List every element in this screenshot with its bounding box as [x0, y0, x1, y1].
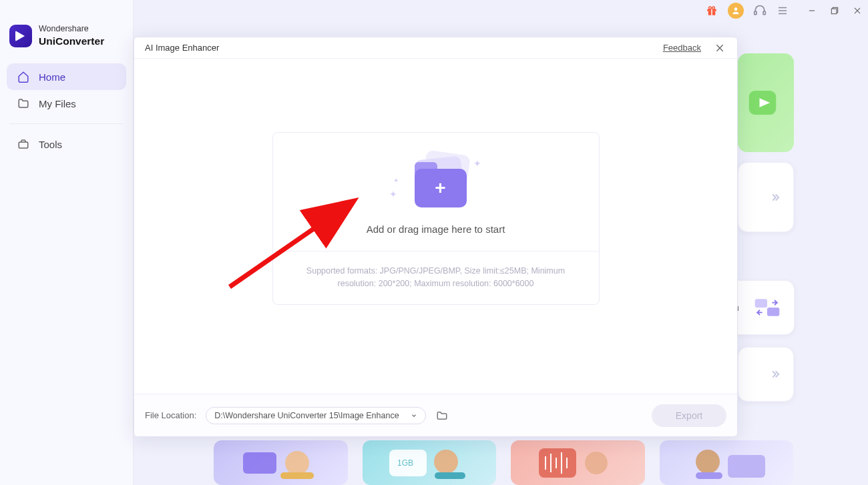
- chevron-double-right-icon: [769, 368, 781, 380]
- bg-thumb-4[interactable]: [660, 440, 794, 485]
- sidebar-item-home[interactable]: Home: [7, 63, 126, 90]
- feedback-link[interactable]: Feedback: [663, 43, 701, 53]
- toolbox-icon: [17, 138, 29, 150]
- header-actions: [705, 3, 864, 19]
- window-maximize-button[interactable]: [828, 4, 841, 17]
- svg-rect-7: [754, 11, 756, 15]
- svg-rect-14: [831, 9, 837, 14]
- bg-promo-card[interactable]: [738, 53, 794, 152]
- svg-rect-27: [435, 472, 465, 479]
- svg-text:1GB: 1GB: [397, 458, 413, 468]
- svg-rect-8: [763, 11, 765, 15]
- brand-line1: Wondershare: [39, 24, 89, 33]
- chevron-down-icon: [411, 412, 417, 419]
- bg-thumb-3[interactable]: [511, 440, 645, 485]
- svg-rect-35: [728, 455, 765, 478]
- svg-rect-21: [243, 452, 276, 474]
- play-media-icon: [744, 85, 781, 121]
- bg-thumb-row: 1GB: [214, 440, 793, 485]
- modal-header: AI Image Enhancer Feedback: [134, 37, 737, 59]
- format-hint-text: Supported formats: JPG/PNG/JPEG/BMP, Siz…: [273, 251, 599, 304]
- nav-group-main: Home My Files: [0, 63, 133, 117]
- file-location-select[interactable]: D:\Wondershare UniConverter 15\Image Enh…: [206, 407, 426, 424]
- drop-prompt-text: Add or drag image here to start: [286, 223, 586, 235]
- bg-tool-card-3[interactable]: [738, 347, 794, 402]
- export-button[interactable]: Export: [652, 404, 726, 427]
- chevron-double-right-icon: [769, 191, 781, 203]
- svg-rect-3: [711, 9, 712, 15]
- svg-point-4: [709, 7, 712, 9]
- brand-logo-icon: [9, 25, 32, 47]
- svg-point-34: [585, 452, 608, 474]
- user-avatar[interactable]: [728, 3, 744, 19]
- nav-separator: [9, 123, 124, 124]
- modal-body: ✦ ✦ + ✦ Add or drag image here to start …: [134, 59, 737, 394]
- folder-icon: [17, 97, 29, 109]
- ai-image-enhancer-modal: AI Image Enhancer Feedback ✦ ✦ +: [134, 37, 738, 437]
- drop-zone-card: ✦ ✦ + ✦ Add or drag image here to start …: [272, 132, 600, 305]
- sidebar-item-label: Home: [39, 71, 65, 83]
- swap-arrows-icon: [752, 293, 782, 322]
- add-image-illustration: ✦ ✦ + ✦: [389, 153, 483, 213]
- sidebar-item-label: Tools: [39, 139, 62, 150]
- bg-thumb-2[interactable]: 1GB: [363, 440, 497, 485]
- nav-group-tools: Tools: [0, 131, 133, 157]
- modal-close-button[interactable]: [713, 41, 726, 55]
- browse-folder-button[interactable]: [435, 409, 449, 422]
- modal-footer: File Location: D:\Wondershare UniConvert…: [134, 394, 737, 436]
- sidebar-item-label: My Files: [39, 98, 76, 109]
- sidebar: Wondershare UniConverter Home My Files: [0, 0, 134, 485]
- export-button-label: Export: [676, 410, 702, 421]
- modal-title: AI Image Enhancer: [145, 43, 219, 53]
- brand: Wondershare UniConverter: [0, 3, 133, 63]
- window-controls: [805, 4, 864, 17]
- svg-point-22: [285, 451, 309, 475]
- svg-rect-19: [755, 299, 767, 308]
- sidebar-item-tools[interactable]: Tools: [7, 131, 126, 157]
- svg-rect-37: [696, 472, 722, 479]
- app-root: Wondershare UniConverter Home My Files: [0, 0, 868, 485]
- brand-line2: UniConverter: [39, 35, 104, 47]
- svg-rect-28: [539, 448, 576, 478]
- file-location-path: D:\Wondershare UniConverter 15\Image Enh…: [214, 411, 399, 420]
- window-minimize-button[interactable]: [805, 4, 819, 17]
- drop-zone[interactable]: ✦ ✦ + ✦ Add or drag image here to start: [273, 133, 599, 251]
- bg-tool-card-1[interactable]: [738, 162, 794, 232]
- brand-text: Wondershare UniConverter: [39, 24, 104, 47]
- svg-point-6: [734, 7, 738, 11]
- file-location-label: File Location:: [145, 410, 196, 420]
- svg-rect-20: [767, 308, 779, 316]
- svg-rect-0: [19, 142, 28, 148]
- svg-point-36: [696, 450, 720, 474]
- svg-point-5: [712, 7, 715, 9]
- hamburger-menu-icon[interactable]: [776, 4, 789, 17]
- home-icon: [17, 71, 29, 83]
- svg-point-26: [434, 450, 458, 474]
- add-plus-icon: +: [415, 169, 467, 207]
- sidebar-item-my-files[interactable]: My Files: [7, 90, 126, 117]
- bg-thumb-1[interactable]: [214, 440, 348, 485]
- window-close-button[interactable]: [851, 4, 864, 17]
- svg-rect-23: [280, 472, 314, 479]
- support-headset-icon[interactable]: [753, 4, 767, 17]
- gift-icon[interactable]: [705, 4, 718, 17]
